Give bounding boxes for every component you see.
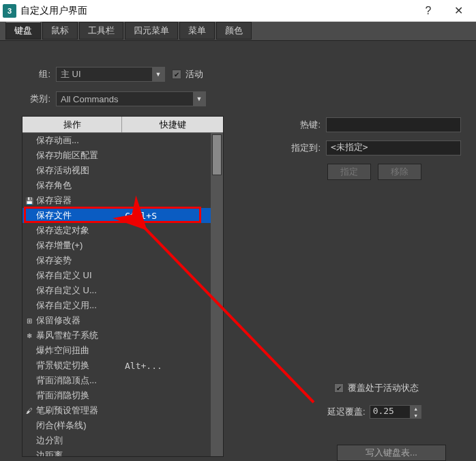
close-button[interactable]: ✕ — [443, 1, 473, 21]
list-row[interactable]: 背景锁定切换Alt+... — [23, 358, 211, 373]
row-action: 爆炸空间扭曲 — [36, 344, 125, 357]
delay-override-value[interactable]: 0.25 — [370, 405, 411, 419]
active-label: 活动 — [185, 68, 203, 80]
list-row[interactable]: 保存自定义用... — [23, 298, 211, 313]
row-action: 保存选定对象 — [36, 224, 125, 237]
row-icon — [24, 166, 35, 175]
hotkey-label: 热键: — [246, 119, 321, 131]
col-action[interactable]: 操作 — [23, 117, 122, 132]
row-icon — [24, 181, 35, 190]
remove-button[interactable]: 移除 — [378, 164, 421, 180]
override-panel: 覆盖处于活动状态 延迟覆盖: 0.25 ▲ ▼ — [327, 382, 462, 419]
list-row[interactable]: 保存功能区配置 — [23, 148, 211, 163]
row-icon — [24, 286, 35, 295]
assign-button[interactable]: 指定 — [327, 164, 371, 180]
list-row[interactable]: 保存角色 — [23, 178, 211, 193]
row-icon: 💾 — [24, 196, 35, 205]
spinner-up-icon[interactable]: ▲ — [411, 405, 421, 412]
list-row[interactable]: ⊞保留修改器 — [23, 313, 211, 328]
row-icon — [24, 301, 35, 310]
content-area: 组: 主 UI ▼ 活动 类别: All Commands ▼ — [0, 41, 476, 106]
row-action: 保存姿势 — [36, 254, 125, 267]
list-body[interactable]: 保存动画...保存功能区配置保存活动视图保存角色💾保存容器保存文件Ctrl+S保… — [23, 133, 211, 456]
assign-to-display: <未指定> — [326, 140, 461, 155]
list-row[interactable]: 边距离 — [23, 448, 211, 456]
right-panel: 热键: 指定到: <未指定> 指定 移除 — [246, 117, 469, 180]
row-action: 保存容器 — [36, 194, 125, 207]
list-row[interactable]: 保存自定义 UI — [23, 268, 211, 283]
row-action: 闭合(样条线) — [36, 419, 125, 432]
row-action: 保存文件 — [36, 209, 125, 222]
window-title: 自定义用户界面 — [20, 5, 413, 17]
tab-mouse[interactable]: 鼠标 — [42, 22, 78, 40]
list-row[interactable]: 保存姿势 — [23, 253, 211, 268]
list-row[interactable]: 保存增量(+) — [23, 238, 211, 253]
row-icon — [24, 421, 35, 430]
row-icon — [24, 136, 35, 145]
category-dropdown[interactable]: All Commands ▼ — [56, 91, 206, 106]
group-dropdown[interactable]: 主 UI ▼ — [56, 67, 165, 82]
list-row[interactable]: 保存活动视图 — [23, 163, 211, 178]
row-icon — [24, 391, 35, 400]
tabs-bar: 键盘 鼠标 工具栏 四元菜单 菜单 颜色 — [0, 22, 476, 41]
tab-quad[interactable]: 四元菜单 — [125, 22, 178, 40]
list-row[interactable]: 闭合(样条线) — [23, 418, 211, 433]
list-row[interactable]: ❄暴风雪粒子系统 — [23, 328, 211, 343]
list-header: 操作 快捷键 — [23, 117, 223, 133]
scroll-thumb[interactable] — [212, 134, 222, 175]
row-action: 保存动画... — [36, 134, 125, 147]
row-action: 背面消隐切换 — [36, 389, 125, 402]
active-checkbox[interactable] — [172, 70, 181, 79]
list-row[interactable]: 保存自定义 U... — [23, 283, 211, 298]
row-shortcut: Ctrl+S — [125, 211, 211, 221]
override-active-checkbox[interactable] — [334, 383, 344, 393]
row-icon — [24, 241, 35, 250]
chevron-down-icon: ▼ — [193, 92, 205, 106]
row-icon: 🖌 — [24, 406, 35, 415]
list-row[interactable]: 🖌笔刷预设管理器 — [23, 403, 211, 418]
write-keyboard-button[interactable]: 写入键盘表... — [337, 445, 446, 461]
help-button[interactable]: ? — [413, 1, 443, 21]
row-icon — [24, 151, 35, 160]
list-row[interactable]: 保存选定对象 — [23, 223, 211, 238]
spinner-buttons[interactable]: ▲ ▼ — [411, 405, 421, 419]
row-icon — [24, 376, 35, 385]
row-icon: ⊞ — [24, 316, 35, 325]
list-row[interactable]: 背面消隐顶点... — [23, 373, 211, 388]
row-action: 保存角色 — [36, 179, 125, 192]
row-icon — [24, 211, 35, 220]
row-icon — [24, 271, 35, 280]
tab-toolbar[interactable]: 工具栏 — [79, 22, 123, 40]
title-bar: 3 自定义用户界面 ? ✕ — [0, 0, 476, 22]
row-icon — [24, 361, 35, 370]
col-shortcut[interactable]: 快捷键 — [122, 117, 223, 132]
row-icon — [24, 436, 35, 445]
list-row[interactable]: 边分割 — [23, 433, 211, 448]
group-dropdown-value: 主 UI — [61, 68, 81, 80]
scrollbar[interactable] — [211, 133, 223, 456]
spinner-down-icon[interactable]: ▼ — [411, 412, 421, 419]
row-icon: ❄ — [24, 331, 35, 340]
list-row[interactable]: 💾保存容器 — [23, 193, 211, 208]
row-action: 保存自定义 UI — [36, 269, 125, 282]
row-action: 背面消隐顶点... — [36, 374, 125, 387]
list-row[interactable]: 保存动画... — [23, 133, 211, 148]
hotkey-input[interactable] — [326, 117, 461, 132]
list-row[interactable]: 背面消隐切换 — [23, 388, 211, 403]
category-dropdown-value: All Commands — [61, 94, 119, 104]
row-action: 边距离 — [36, 449, 125, 456]
delay-override-label: 延迟覆盖: — [327, 406, 366, 418]
override-active-label: 覆盖处于活动状态 — [348, 382, 419, 394]
tab-menu[interactable]: 菜单 — [179, 22, 215, 40]
tab-keyboard[interactable]: 键盘 — [5, 22, 41, 40]
list-row[interactable]: 爆炸空间扭曲 — [23, 343, 211, 358]
row-shortcut: Alt+... — [125, 361, 211, 371]
row-action: 保存活动视图 — [36, 164, 125, 177]
chevron-down-icon: ▼ — [152, 68, 164, 81]
action-list: 操作 快捷键 保存动画...保存功能区配置保存活动视图保存角色💾保存容器保存文件… — [22, 116, 224, 457]
list-row[interactable]: 保存文件Ctrl+S — [23, 208, 211, 223]
assign-to-label: 指定到: — [246, 142, 321, 154]
row-action: 背景锁定切换 — [36, 359, 125, 372]
row-icon — [24, 226, 35, 235]
tab-color[interactable]: 颜色 — [216, 22, 252, 40]
